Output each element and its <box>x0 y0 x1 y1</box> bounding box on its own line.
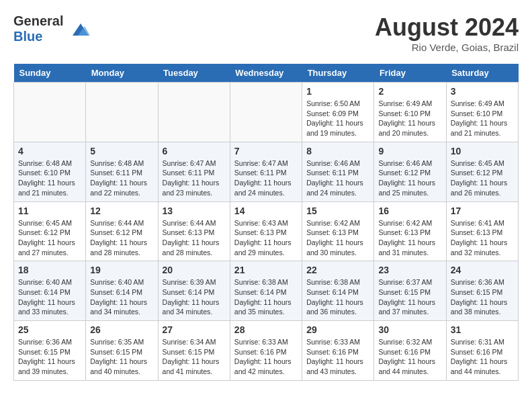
calendar-cell: 27Sunrise: 6:34 AM Sunset: 6:15 PM Dayli… <box>158 321 230 381</box>
calendar-cell <box>86 83 158 142</box>
calendar-cell: 9Sunrise: 6:46 AM Sunset: 6:12 PM Daylig… <box>374 142 446 201</box>
calendar-cell: 5Sunrise: 6:48 AM Sunset: 6:11 PM Daylig… <box>86 142 158 201</box>
title-block: August 2024 Rio Verde, Goias, Brazil <box>375 13 519 53</box>
day-info: Sunrise: 6:48 AM Sunset: 6:11 PM Dayligh… <box>90 158 153 198</box>
day-info: Sunrise: 6:41 AM Sunset: 6:13 PM Dayligh… <box>451 218 514 258</box>
day-number: 9 <box>378 146 441 156</box>
calendar-cell: 22Sunrise: 6:38 AM Sunset: 6:14 PM Dayli… <box>302 261 374 321</box>
day-number: 11 <box>18 205 81 216</box>
logo-text: General Blue <box>13 13 90 44</box>
day-info: Sunrise: 6:44 AM Sunset: 6:13 PM Dayligh… <box>163 218 226 258</box>
day-info: Sunrise: 6:47 AM Sunset: 6:11 PM Dayligh… <box>234 158 298 198</box>
calendar-cell <box>158 83 230 142</box>
day-number: 28 <box>234 324 298 335</box>
location: Rio Verde, Goias, Brazil <box>375 42 519 53</box>
day-number: 1 <box>306 86 369 97</box>
day-info: Sunrise: 6:34 AM Sunset: 6:15 PM Dayligh… <box>163 337 226 377</box>
header-row: SundayMondayTuesdayWednesdayThursdayFrid… <box>14 64 519 83</box>
calendar-cell: 31Sunrise: 6:31 AM Sunset: 6:16 PM Dayli… <box>446 321 518 381</box>
day-number: 14 <box>234 205 298 216</box>
day-number: 13 <box>163 205 226 216</box>
day-info: Sunrise: 6:39 AM Sunset: 6:14 PM Dayligh… <box>163 277 226 317</box>
day-info: Sunrise: 6:47 AM Sunset: 6:11 PM Dayligh… <box>163 158 226 198</box>
day-info: Sunrise: 6:33 AM Sunset: 6:16 PM Dayligh… <box>234 337 298 377</box>
day-number: 16 <box>378 205 441 216</box>
page-header: General Blue August 2024 Rio Verde, Goia… <box>13 13 519 53</box>
day-number: 6 <box>163 146 226 156</box>
day-number: 10 <box>451 146 514 156</box>
day-info: Sunrise: 6:42 AM Sunset: 6:13 PM Dayligh… <box>378 218 441 258</box>
calendar-cell: 4Sunrise: 6:48 AM Sunset: 6:10 PM Daylig… <box>14 142 86 201</box>
day-number: 7 <box>234 146 298 156</box>
day-number: 3 <box>451 86 514 97</box>
week-row-2: 4Sunrise: 6:48 AM Sunset: 6:10 PM Daylig… <box>14 142 519 201</box>
calendar-cell: 6Sunrise: 6:47 AM Sunset: 6:11 PM Daylig… <box>158 142 230 201</box>
week-row-5: 25Sunrise: 6:36 AM Sunset: 6:15 PM Dayli… <box>14 321 519 381</box>
logo-general: General <box>13 13 63 28</box>
calendar-cell: 2Sunrise: 6:49 AM Sunset: 6:10 PM Daylig… <box>374 83 446 142</box>
calendar-cell: 23Sunrise: 6:37 AM Sunset: 6:15 PM Dayli… <box>374 261 446 321</box>
calendar-cell: 8Sunrise: 6:46 AM Sunset: 6:11 PM Daylig… <box>302 142 374 201</box>
day-info: Sunrise: 6:40 AM Sunset: 6:14 PM Dayligh… <box>90 277 153 317</box>
day-info: Sunrise: 6:43 AM Sunset: 6:13 PM Dayligh… <box>234 218 298 258</box>
day-number: 19 <box>90 265 153 275</box>
day-number: 5 <box>90 146 153 156</box>
calendar-cell: 26Sunrise: 6:35 AM Sunset: 6:15 PM Dayli… <box>86 321 158 381</box>
calendar-cell <box>14 83 86 142</box>
day-info: Sunrise: 6:40 AM Sunset: 6:14 PM Dayligh… <box>18 277 81 317</box>
day-header-monday: Monday <box>86 64 158 83</box>
day-info: Sunrise: 6:37 AM Sunset: 6:15 PM Dayligh… <box>378 277 441 317</box>
day-number: 2 <box>378 86 441 97</box>
day-info: Sunrise: 6:33 AM Sunset: 6:16 PM Dayligh… <box>306 337 369 377</box>
calendar-cell: 20Sunrise: 6:39 AM Sunset: 6:14 PM Dayli… <box>158 261 230 321</box>
day-number: 30 <box>378 324 441 335</box>
calendar-cell: 10Sunrise: 6:45 AM Sunset: 6:12 PM Dayli… <box>446 142 518 201</box>
day-info: Sunrise: 6:45 AM Sunset: 6:12 PM Dayligh… <box>18 218 81 258</box>
calendar-cell: 15Sunrise: 6:42 AM Sunset: 6:13 PM Dayli… <box>302 201 374 261</box>
day-number: 12 <box>90 205 153 216</box>
day-number: 27 <box>163 324 226 335</box>
day-info: Sunrise: 6:49 AM Sunset: 6:10 PM Dayligh… <box>451 99 514 138</box>
calendar-cell: 1Sunrise: 6:50 AM Sunset: 6:09 PM Daylig… <box>302 83 374 142</box>
logo-icon <box>66 17 90 41</box>
calendar-cell: 12Sunrise: 6:44 AM Sunset: 6:12 PM Dayli… <box>86 201 158 261</box>
day-number: 29 <box>306 324 369 335</box>
calendar-cell: 14Sunrise: 6:43 AM Sunset: 6:13 PM Dayli… <box>230 201 302 261</box>
calendar-cell: 28Sunrise: 6:33 AM Sunset: 6:16 PM Dayli… <box>230 321 302 381</box>
calendar-table: SundayMondayTuesdayWednesdayThursdayFrid… <box>13 64 519 381</box>
day-number: 22 <box>306 265 369 275</box>
day-info: Sunrise: 6:36 AM Sunset: 6:15 PM Dayligh… <box>451 277 514 317</box>
day-number: 8 <box>306 146 369 156</box>
calendar-cell: 30Sunrise: 6:32 AM Sunset: 6:16 PM Dayli… <box>374 321 446 381</box>
day-number: 31 <box>451 324 514 335</box>
calendar-cell: 13Sunrise: 6:44 AM Sunset: 6:13 PM Dayli… <box>158 201 230 261</box>
calendar-cell: 17Sunrise: 6:41 AM Sunset: 6:13 PM Dayli… <box>446 201 518 261</box>
day-info: Sunrise: 6:42 AM Sunset: 6:13 PM Dayligh… <box>306 218 369 258</box>
calendar-cell: 21Sunrise: 6:38 AM Sunset: 6:14 PM Dayli… <box>230 261 302 321</box>
week-row-1: 1Sunrise: 6:50 AM Sunset: 6:09 PM Daylig… <box>14 83 519 142</box>
day-info: Sunrise: 6:44 AM Sunset: 6:12 PM Dayligh… <box>90 218 153 258</box>
day-info: Sunrise: 6:32 AM Sunset: 6:16 PM Dayligh… <box>378 337 441 377</box>
day-header-saturday: Saturday <box>446 64 518 83</box>
day-info: Sunrise: 6:31 AM Sunset: 6:16 PM Dayligh… <box>451 337 514 377</box>
calendar-cell: 16Sunrise: 6:42 AM Sunset: 6:13 PM Dayli… <box>374 201 446 261</box>
week-row-3: 11Sunrise: 6:45 AM Sunset: 6:12 PM Dayli… <box>14 201 519 261</box>
day-header-sunday: Sunday <box>14 64 86 83</box>
day-number: 4 <box>18 146 81 156</box>
calendar-cell: 7Sunrise: 6:47 AM Sunset: 6:11 PM Daylig… <box>230 142 302 201</box>
day-number: 26 <box>90 324 153 335</box>
day-number: 24 <box>451 265 514 275</box>
month-year: August 2024 <box>375 13 519 42</box>
day-header-friday: Friday <box>374 64 446 83</box>
day-info: Sunrise: 6:48 AM Sunset: 6:10 PM Dayligh… <box>18 158 81 198</box>
calendar-cell: 19Sunrise: 6:40 AM Sunset: 6:14 PM Dayli… <box>86 261 158 321</box>
day-info: Sunrise: 6:50 AM Sunset: 6:09 PM Dayligh… <box>306 99 369 138</box>
day-info: Sunrise: 6:45 AM Sunset: 6:12 PM Dayligh… <box>451 158 514 198</box>
day-number: 25 <box>18 324 81 335</box>
day-info: Sunrise: 6:36 AM Sunset: 6:15 PM Dayligh… <box>18 337 81 377</box>
calendar-cell <box>230 83 302 142</box>
calendar-cell: 24Sunrise: 6:36 AM Sunset: 6:15 PM Dayli… <box>446 261 518 321</box>
day-info: Sunrise: 6:38 AM Sunset: 6:14 PM Dayligh… <box>306 277 369 317</box>
day-info: Sunrise: 6:46 AM Sunset: 6:12 PM Dayligh… <box>378 158 441 198</box>
calendar-cell: 25Sunrise: 6:36 AM Sunset: 6:15 PM Dayli… <box>14 321 86 381</box>
